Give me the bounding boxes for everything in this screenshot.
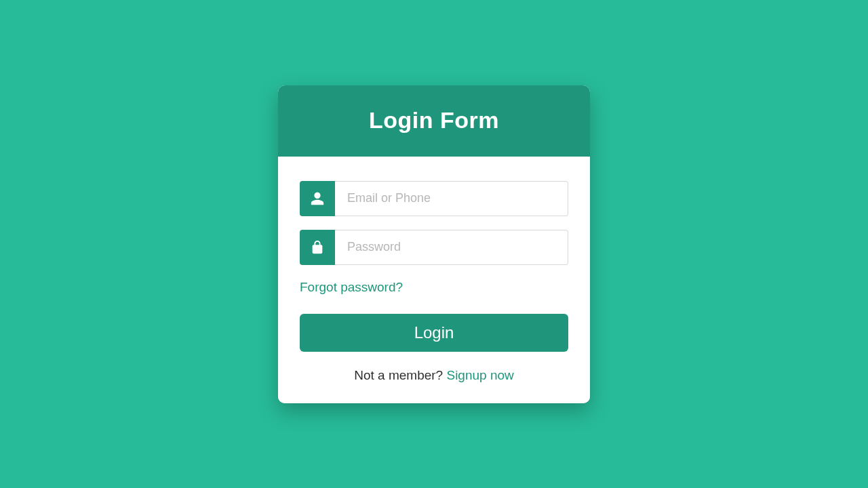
password-row — [300, 230, 568, 265]
card-title: Login Form — [292, 107, 576, 134]
password-input[interactable] — [335, 230, 568, 265]
email-row — [300, 181, 568, 216]
card-header: Login Form — [278, 85, 590, 157]
card-body: Forgot password? Login Not a member? Sig… — [278, 157, 590, 403]
forgot-password-link[interactable]: Forgot password? — [300, 280, 403, 295]
signup-row: Not a member? Signup now — [300, 368, 568, 383]
signup-link[interactable]: Signup now — [446, 368, 513, 382]
lock-icon — [300, 230, 335, 265]
email-input[interactable] — [335, 181, 568, 216]
not-member-label: Not a member? — [354, 368, 446, 382]
login-button[interactable]: Login — [300, 314, 568, 352]
user-icon — [300, 181, 335, 216]
login-card: Login Form Forgot password? Login Not a … — [278, 85, 590, 403]
